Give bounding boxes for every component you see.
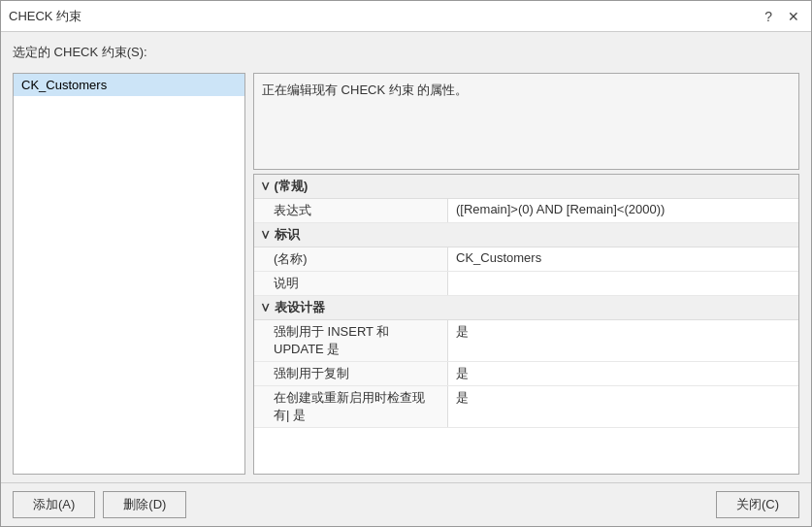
- general-section-header: ∨ (常规): [254, 175, 798, 199]
- prop-row-description: 说明: [254, 272, 798, 296]
- dialog-window: CHECK 约束 ? ✕ 选定的 CHECK 约束(S): CK_Custome…: [0, 0, 812, 527]
- prop-row-name: (名称) CK_Customers: [254, 247, 798, 272]
- prop-row-check-existing: 在创建或重新启用时检查现有| 是 是: [254, 386, 798, 428]
- identity-section-header: ∨ 标识: [254, 223, 798, 247]
- left-panel: CK_Customers: [13, 73, 245, 475]
- prop-row-insert-update: 强制用于 INSERT 和 UPDATE 是 是: [254, 320, 798, 362]
- section-label: 选定的 CHECK 约束(S):: [13, 44, 799, 61]
- title-bar-controls: ? ✕: [761, 8, 803, 25]
- delete-button[interactable]: 删除(D): [103, 491, 186, 518]
- designer-section-header: ∨ 表设计器: [254, 296, 798, 320]
- dialog-title: CHECK 约束: [9, 8, 81, 25]
- prop-value-replication[interactable]: 是: [448, 362, 798, 385]
- prop-row-expression: 表达式 ([Remain]>(0) AND [Remain]<(2000)): [254, 199, 798, 223]
- help-button[interactable]: ?: [761, 8, 776, 25]
- prop-value-name[interactable]: CK_Customers: [448, 247, 798, 271]
- dialog-footer: 添加(A) 删除(D) 关闭(C): [1, 482, 811, 526]
- info-box: 正在编辑现有 CHECK 约束 的属性。: [253, 73, 799, 170]
- prop-value-description[interactable]: [448, 272, 798, 295]
- constraints-list[interactable]: CK_Customers: [13, 73, 245, 475]
- footer-right: 关闭(C): [716, 491, 799, 518]
- prop-name-insert-update: 强制用于 INSERT 和 UPDATE 是: [254, 320, 448, 361]
- prop-name-check-existing: 在创建或重新启用时检查现有| 是: [254, 386, 448, 427]
- prop-name-description: 说明: [254, 272, 448, 295]
- right-panel: 正在编辑现有 CHECK 约束 的属性。 ∨ (常规) 表达式 ([Remain…: [253, 73, 799, 475]
- prop-value-insert-update[interactable]: 是: [448, 320, 798, 361]
- close-button[interactable]: ✕: [784, 8, 803, 25]
- prop-row-replication: 强制用于复制 是: [254, 362, 798, 386]
- footer-left: 添加(A) 删除(D): [13, 491, 186, 518]
- close-dialog-button[interactable]: 关闭(C): [716, 491, 799, 518]
- prop-name-name: (名称): [254, 247, 448, 271]
- add-button[interactable]: 添加(A): [13, 491, 95, 518]
- prop-name-replication: 强制用于复制: [254, 362, 448, 385]
- dialog-body: 选定的 CHECK 约束(S): CK_Customers 正在编辑现有 CHE…: [1, 32, 811, 482]
- list-item[interactable]: CK_Customers: [14, 74, 244, 96]
- prop-value-check-existing[interactable]: 是: [448, 386, 798, 427]
- title-bar: CHECK 约束 ? ✕: [1, 1, 811, 32]
- prop-name-expression: 表达式: [254, 199, 448, 222]
- main-content: CK_Customers 正在编辑现有 CHECK 约束 的属性。 ∨ (常规): [13, 73, 799, 475]
- properties-box: ∨ (常规) 表达式 ([Remain]>(0) AND [Remain]<(2…: [253, 174, 799, 475]
- prop-value-expression[interactable]: ([Remain]>(0) AND [Remain]<(2000)): [448, 199, 798, 222]
